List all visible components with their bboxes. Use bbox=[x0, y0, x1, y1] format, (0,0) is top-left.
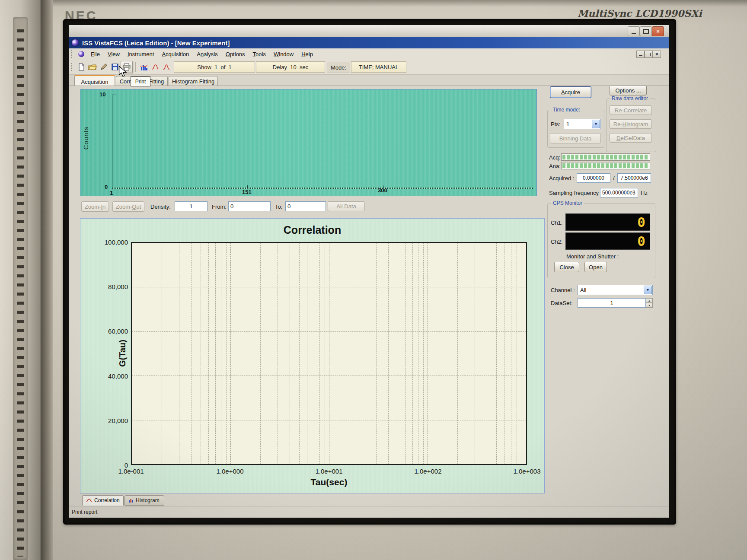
new-file-button[interactable] bbox=[76, 61, 87, 73]
correlation-chart-panel[interactable]: Correlation G(Tau) 100,000 80,000 60,000… bbox=[80, 218, 545, 493]
counts-xtick-300: 300 bbox=[378, 187, 387, 194]
menu-bar: File View Instrument Acquisition Analysi… bbox=[69, 48, 669, 60]
mode-value-text: TIME; MANUAL bbox=[359, 64, 399, 70]
channel-dropdown[interactable]: All ▼ bbox=[578, 285, 653, 295]
acq-progress-fill bbox=[562, 155, 649, 159]
menu-window[interactable]: Window bbox=[270, 50, 297, 59]
restore-button[interactable] bbox=[640, 26, 652, 36]
density-input[interactable]: 1 bbox=[175, 201, 208, 211]
close-button[interactable]: × bbox=[652, 26, 664, 36]
monitor-model-label: MultiSync LCD1990SXi bbox=[578, 8, 702, 19]
ytick-20000: 20,000 bbox=[108, 417, 128, 424]
grid-horizontal-line bbox=[132, 375, 526, 376]
menu-analysis[interactable]: Analysis bbox=[193, 50, 221, 59]
histogram-view-button[interactable] bbox=[138, 61, 150, 73]
mdi-close-icon: × bbox=[655, 52, 658, 57]
grid-minor-line bbox=[208, 243, 209, 464]
menu-instrument[interactable]: Instrument bbox=[124, 50, 158, 59]
correlation-tab-icon bbox=[86, 498, 92, 503]
channel-dropdown-arrow-icon[interactable]: ▼ bbox=[644, 286, 652, 294]
acquire-button[interactable]: Acquire bbox=[550, 86, 591, 98]
grid-minor-line bbox=[226, 243, 227, 464]
mdi-child-icon bbox=[78, 51, 84, 57]
acquired-value-field[interactable]: 0.000000 bbox=[577, 173, 610, 183]
menu-acquisition[interactable]: Acquisition bbox=[158, 50, 193, 59]
zoom-out-button[interactable]: Zoom - Out bbox=[112, 201, 144, 212]
edit-button[interactable] bbox=[98, 61, 109, 73]
re-histogram-button[interactable]: Re-Histogram bbox=[610, 119, 652, 129]
menu-view[interactable]: View bbox=[104, 50, 124, 59]
ytick-60000: 60,000 bbox=[108, 328, 128, 335]
spinner-down-icon[interactable]: ▼ bbox=[646, 303, 653, 308]
mdi-close-button[interactable]: × bbox=[653, 51, 661, 58]
print-tooltip: Print bbox=[131, 76, 150, 86]
status-bar: Print report bbox=[69, 506, 669, 518]
channel-label: Channel : bbox=[551, 287, 575, 293]
grid-minor-line bbox=[221, 243, 221, 464]
all-data-button[interactable]: All Data bbox=[328, 201, 365, 211]
peak-curve-icon bbox=[163, 63, 170, 71]
menu-help[interactable]: Help bbox=[297, 50, 317, 59]
acquired-total-field[interactable]: 7.500000e6 bbox=[617, 173, 651, 183]
raw-data-editor-label: Raw data editor bbox=[610, 95, 650, 102]
peak-fit-button[interactable] bbox=[161, 61, 172, 73]
show-counter-text: Show 1 of 1 bbox=[197, 64, 232, 70]
monitor-shutter-label: Monitor and Shutter : bbox=[566, 253, 619, 260]
correlation-ytick-labels: 100,000 80,000 60,000 40,000 20,000 0 bbox=[84, 242, 128, 465]
bottom-tab-correlation[interactable]: Correlation bbox=[82, 495, 124, 506]
mode-label: Mode: bbox=[327, 62, 350, 73]
histogram-tab-icon bbox=[128, 498, 134, 503]
to-input[interactable]: 0 bbox=[285, 201, 326, 211]
re-correlate-button[interactable]: Re-Correlate bbox=[610, 105, 652, 115]
pts-dropdown-arrow-icon[interactable]: ▼ bbox=[592, 120, 600, 128]
binning-data-button[interactable]: Binning Data bbox=[550, 133, 601, 143]
toolbar-grip[interactable] bbox=[71, 50, 74, 58]
grid-minor-line bbox=[388, 243, 389, 464]
sampling-frequency-field[interactable]: 500.000000e3 bbox=[600, 188, 638, 197]
grid-minor-line bbox=[307, 243, 307, 464]
dataset-spinner[interactable]: ▲ ▼ bbox=[646, 298, 653, 308]
histogram-chart-icon bbox=[140, 63, 148, 71]
new-file-icon bbox=[77, 63, 85, 71]
counts-strip-chart[interactable]: Counts 10 0 1 151 300 bbox=[80, 89, 537, 196]
counts-xtick-151: 151 bbox=[242, 189, 252, 195]
open-folder-icon bbox=[88, 63, 97, 71]
tab-histogram-fitting[interactable]: Histogram Fitting bbox=[169, 76, 218, 86]
tau-axis-label: Tau(sec) bbox=[131, 477, 527, 487]
spinner-up-icon[interactable]: ▲ bbox=[646, 298, 653, 303]
ana-progress-label: Ana: bbox=[549, 163, 561, 169]
grid-minor-line bbox=[457, 243, 458, 464]
zoom-in-button[interactable]: Zoom - In bbox=[81, 201, 109, 212]
from-input[interactable]: 0 bbox=[228, 201, 271, 211]
correlation-plot-area[interactable] bbox=[131, 242, 527, 465]
delay-text: Delay 10 sec bbox=[273, 64, 308, 70]
open-file-button[interactable] bbox=[87, 61, 98, 73]
shutter-open-button[interactable]: Open bbox=[584, 262, 607, 272]
dataset-field[interactable]: 1 bbox=[578, 298, 646, 308]
minimize-button[interactable] bbox=[628, 26, 640, 36]
options-button[interactable]: Options ... bbox=[610, 85, 647, 95]
to-label: To: bbox=[275, 204, 282, 210]
mdi-restore-button[interactable] bbox=[645, 51, 653, 58]
app-titlebar[interactable]: ISS VistaFCS (Leica Edition) - [New Expe… bbox=[69, 37, 669, 48]
menu-tools[interactable]: Tools bbox=[249, 50, 270, 59]
correlation-curve-button[interactable] bbox=[150, 61, 161, 73]
grid-minor-line bbox=[201, 243, 201, 464]
shutter-close-button[interactable]: Close bbox=[554, 262, 579, 272]
menu-options[interactable]: Options bbox=[222, 50, 249, 59]
del-sel-data-button[interactable]: Del Sel Data bbox=[610, 133, 652, 143]
xtick-1e1: 1.0e+001 bbox=[316, 468, 343, 475]
acquired-slash: / bbox=[613, 175, 615, 181]
grid-minor-line bbox=[299, 243, 300, 464]
s-curve-icon bbox=[151, 63, 159, 71]
menu-file[interactable]: File bbox=[87, 50, 104, 59]
mdi-minimize-icon bbox=[639, 55, 642, 56]
grid-horizontal-line bbox=[132, 420, 526, 420]
toolbar-grip-2[interactable] bbox=[71, 63, 74, 71]
correlation-xtick-labels: 1.0e-001 1.0e+000 1.0e+001 1.0e+002 1.0e… bbox=[131, 468, 527, 476]
bottom-tab-histogram[interactable]: Histogram bbox=[124, 495, 164, 506]
acq-progress-label: Acq: bbox=[549, 154, 560, 161]
mouse-cursor bbox=[118, 66, 128, 78]
pts-dropdown[interactable]: 1 ▼ bbox=[564, 119, 601, 129]
mdi-minimize-button[interactable] bbox=[636, 51, 645, 58]
